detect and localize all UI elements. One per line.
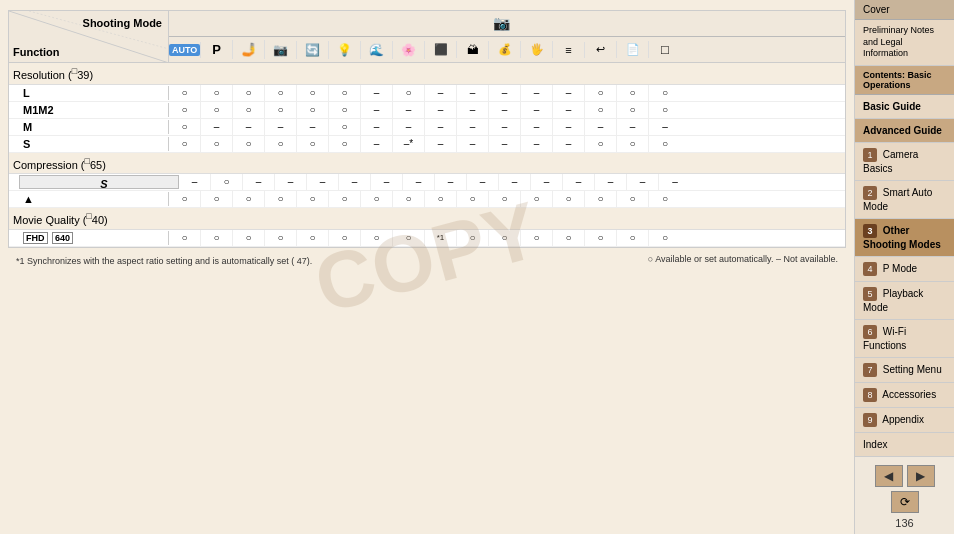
cell: – bbox=[489, 102, 521, 118]
chapter-7-num: 7 bbox=[863, 363, 877, 377]
cell: ○ bbox=[169, 119, 201, 135]
cell: ○ bbox=[617, 102, 649, 118]
sidebar-basic-guide[interactable]: Basic Guide bbox=[855, 95, 954, 119]
cell: ○ bbox=[393, 230, 425, 246]
cell: – bbox=[521, 102, 553, 118]
cell: – bbox=[489, 85, 521, 101]
home-button[interactable]: ⟳ bbox=[891, 491, 919, 513]
chapter-1-num: 1 bbox=[863, 148, 877, 162]
row-cells-M: ○––––○–––––––––– bbox=[169, 119, 845, 135]
cell: ○ bbox=[425, 191, 457, 207]
cell: ○ bbox=[329, 191, 361, 207]
cell: – bbox=[467, 174, 499, 190]
cell: – bbox=[425, 102, 457, 118]
sidebar-cover[interactable]: Cover bbox=[855, 0, 954, 20]
cell: – bbox=[307, 174, 339, 190]
cell: – bbox=[361, 102, 393, 118]
cell: ○ bbox=[201, 230, 233, 246]
table-row: S ○○○○○○––*–––––○○○ bbox=[9, 136, 845, 153]
sidebar-chapter-7[interactable]: 7 Setting Menu bbox=[855, 358, 954, 383]
cell: –* bbox=[393, 136, 425, 152]
mode-sc8: 🏔 bbox=[457, 41, 489, 59]
movie-quality-label: Movie Quality ( bbox=[13, 214, 86, 226]
prev-page-button[interactable]: ◀ bbox=[875, 465, 903, 487]
mode-sc3: 🔄 bbox=[297, 41, 329, 59]
cell: ○ bbox=[201, 102, 233, 118]
cell: ○ bbox=[457, 191, 489, 207]
cell: – bbox=[553, 85, 585, 101]
cell: – bbox=[425, 85, 457, 101]
movie-quality-section-header: Movie Quality (□40) bbox=[9, 208, 845, 230]
cell: ○ bbox=[169, 191, 201, 207]
camera-icon-header: 📷 bbox=[493, 15, 510, 31]
cell: ○ bbox=[297, 85, 329, 101]
cell: ○ bbox=[201, 191, 233, 207]
cell: – bbox=[275, 174, 307, 190]
sidebar-advanced-guide[interactable]: Advanced Guide bbox=[855, 119, 954, 143]
cell: ○ bbox=[553, 230, 585, 246]
function-label: Function bbox=[13, 46, 59, 58]
chapter-7-label: Setting Menu bbox=[883, 364, 942, 375]
mode-sc12: ↩ bbox=[585, 41, 617, 58]
cell: ○ bbox=[201, 136, 233, 152]
mode-sc14: □ bbox=[649, 40, 681, 59]
chapter-9-label: Appendix bbox=[882, 414, 924, 425]
sidebar-index[interactable]: Index bbox=[855, 433, 954, 457]
cell: ○ bbox=[361, 230, 393, 246]
movie-quality-pageref: 40) bbox=[92, 214, 108, 226]
cell: – bbox=[361, 119, 393, 135]
table-row: FHD 640 ○○○○○○○○*1○○○○○○○ bbox=[9, 230, 845, 247]
cell: – bbox=[499, 174, 531, 190]
sidebar-contents[interactable]: Contents: Basic Operations bbox=[855, 66, 954, 95]
chapter-8-num: 8 bbox=[863, 388, 877, 402]
cell: ○ bbox=[211, 174, 243, 190]
cell: – bbox=[361, 85, 393, 101]
row-label-movie: FHD 640 bbox=[9, 231, 169, 245]
cell: ○ bbox=[233, 85, 265, 101]
sidebar-chapter-8[interactable]: 8 Accessories bbox=[855, 383, 954, 408]
next-page-button[interactable]: ▶ bbox=[907, 465, 935, 487]
cell: – bbox=[393, 102, 425, 118]
cell: – bbox=[617, 119, 649, 135]
sidebar-chapter-2[interactable]: 2 Smart Auto Mode bbox=[855, 181, 954, 219]
cell: – bbox=[521, 136, 553, 152]
cell: – bbox=[457, 136, 489, 152]
cell: – bbox=[201, 119, 233, 135]
cell: ○ bbox=[617, 85, 649, 101]
row-label-L: L bbox=[9, 86, 169, 100]
sidebar-chapter-9[interactable]: 9 Appendix bbox=[855, 408, 954, 433]
row-cells-comp-full: ○○○○○○○○○○○○○○○○ bbox=[169, 191, 845, 207]
cell: – bbox=[457, 119, 489, 135]
compression-pageref: 65) bbox=[90, 158, 106, 170]
cell: – bbox=[265, 119, 297, 135]
cell: – bbox=[521, 119, 553, 135]
mode-sc6: 🌸 bbox=[393, 41, 425, 59]
table-container: Shooting Mode Function 📷 AUTO P 🤳 📷 🔄 💡 … bbox=[8, 10, 846, 248]
cell: ○ bbox=[553, 191, 585, 207]
table-row: ▲ ○○○○○○○○○○○○○○○○ bbox=[9, 191, 845, 208]
cell: – bbox=[393, 119, 425, 135]
cell: – bbox=[371, 174, 403, 190]
legend: ○ Available or set automatically. – Not … bbox=[640, 252, 846, 270]
cell: ○ bbox=[393, 85, 425, 101]
sidebar-chapter-1[interactable]: 1 Camera Basics bbox=[855, 143, 954, 181]
cell: – bbox=[585, 119, 617, 135]
row-label-M: M bbox=[9, 120, 169, 134]
cell: ○ bbox=[361, 191, 393, 207]
table-row: M1M2 ○○○○○○–––––––○○○ bbox=[9, 102, 845, 119]
sidebar-chapter-3[interactable]: 3 Other Shooting Modes bbox=[855, 219, 954, 257]
cell: ○ bbox=[617, 191, 649, 207]
cell: ○ bbox=[233, 102, 265, 118]
cell: – bbox=[553, 136, 585, 152]
chapter-6-num: 6 bbox=[863, 325, 877, 339]
sidebar-chapter-5[interactable]: 5 Playback Mode bbox=[855, 282, 954, 320]
cell: ○ bbox=[489, 191, 521, 207]
sidebar-preliminary[interactable]: Preliminary Notes and Legal Information bbox=[855, 20, 954, 66]
sidebar-chapter-4[interactable]: 4 P Mode bbox=[855, 257, 954, 282]
chapter-4-num: 4 bbox=[863, 262, 877, 276]
cell: ○ bbox=[393, 191, 425, 207]
cell: ○ bbox=[265, 191, 297, 207]
cell: ○ bbox=[521, 191, 553, 207]
cell: – bbox=[297, 119, 329, 135]
sidebar-chapter-6[interactable]: 6 Wi-Fi Functions bbox=[855, 320, 954, 358]
